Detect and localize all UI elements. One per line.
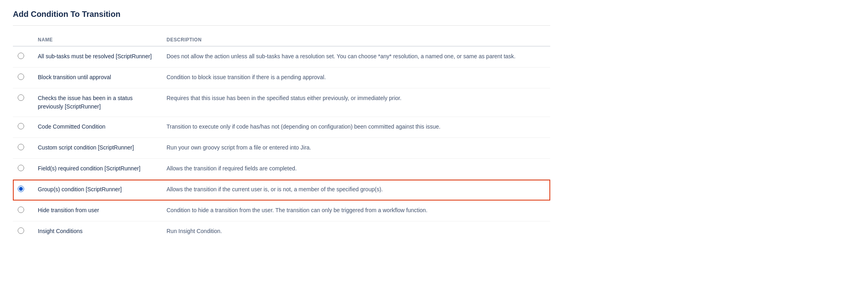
table-row: Code Committed ConditionTransition to ex… [13, 117, 550, 138]
radio-cell [13, 221, 33, 242]
condition-radio[interactable] [18, 207, 24, 213]
table-row: Block transition until approvalCondition… [13, 68, 550, 88]
col-header-name: Name [33, 34, 162, 46]
conditions-table: Name Description All sub-tasks must be r… [13, 34, 550, 242]
condition-radio[interactable] [18, 144, 24, 150]
radio-cell [13, 159, 33, 180]
condition-description-cell: Run Insight Condition. [162, 221, 550, 242]
condition-name-cell: Checks the issue has been in a status pr… [33, 88, 162, 117]
condition-name-cell: Code Committed Condition [33, 117, 162, 138]
condition-description-cell: Requires that this issue has been in the… [162, 88, 550, 117]
condition-name-cell: Field(s) required condition [ScriptRunne… [33, 159, 162, 180]
condition-radio[interactable] [18, 165, 24, 171]
radio-cell [13, 117, 33, 138]
radio-cell [13, 46, 33, 68]
table-row: Field(s) required condition [ScriptRunne… [13, 159, 550, 180]
condition-name-cell: All sub-tasks must be resolved [ScriptRu… [33, 46, 162, 68]
condition-radio[interactable] [18, 123, 24, 129]
condition-description-cell: Transition to execute only if code has/h… [162, 117, 550, 138]
table-row: Hide transition from userCondition to hi… [13, 201, 550, 221]
table-row: Group(s) condition [ScriptRunner]Allows … [13, 180, 550, 201]
col-header-radio [13, 34, 33, 46]
condition-name-cell: Insight Conditions [33, 221, 162, 242]
radio-cell [13, 180, 33, 201]
radio-cell [13, 138, 33, 159]
condition-description-cell: Condition to hide a transition from the … [162, 201, 550, 221]
condition-description-cell: Allows the transition if required fields… [162, 159, 550, 180]
condition-radio[interactable] [18, 53, 24, 59]
condition-radio[interactable] [18, 227, 24, 234]
col-header-description: Description [162, 34, 550, 46]
table-row: Checks the issue has been in a status pr… [13, 88, 550, 117]
condition-description-cell: Does not allow the action unless all sub… [162, 46, 550, 68]
condition-name-cell: Group(s) condition [ScriptRunner] [33, 180, 162, 201]
radio-cell [13, 88, 33, 117]
condition-description-cell: Condition to block issue transition if t… [162, 68, 550, 88]
page-container: Add Condition To Transition Name Descrip… [0, 0, 563, 252]
radio-cell [13, 68, 33, 88]
condition-description-cell: Run your own groovy script from a file o… [162, 138, 550, 159]
radio-cell [13, 201, 33, 221]
table-row: All sub-tasks must be resolved [ScriptRu… [13, 46, 550, 68]
condition-name-cell: Block transition until approval [33, 68, 162, 88]
condition-description-cell: Allows the transition if the current use… [162, 180, 550, 201]
condition-radio[interactable] [18, 74, 24, 80]
table-row: Insight ConditionsRun Insight Condition. [13, 221, 550, 242]
condition-radio[interactable] [18, 94, 24, 101]
condition-name-cell: Hide transition from user [33, 201, 162, 221]
condition-name-cell: Custom script condition [ScriptRunner] [33, 138, 162, 159]
page-title: Add Condition To Transition [13, 10, 550, 26]
table-row: Custom script condition [ScriptRunner]Ru… [13, 138, 550, 159]
condition-radio[interactable] [18, 186, 24, 192]
